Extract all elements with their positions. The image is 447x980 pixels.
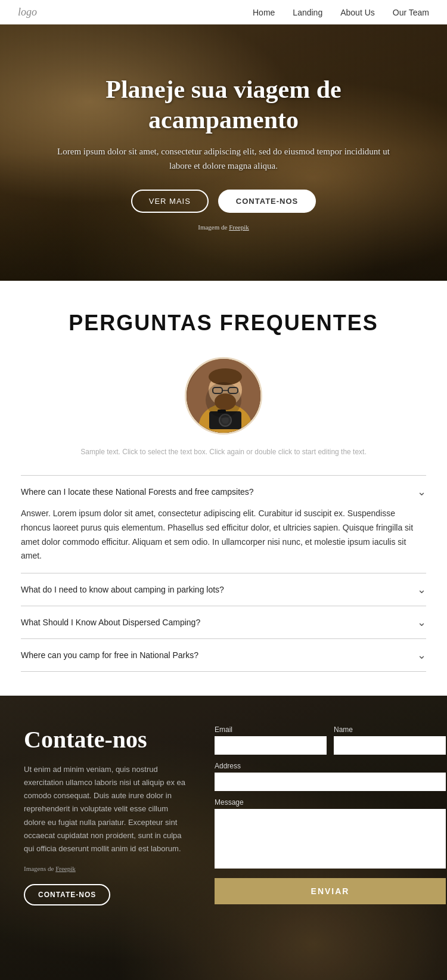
svg-rect-5 bbox=[213, 387, 222, 393]
email-group: Email bbox=[215, 725, 327, 755]
contact-section: Contate-nos Ut enim ad minim veniam, qui… bbox=[0, 696, 447, 980]
nav-home[interactable]: Home bbox=[253, 8, 275, 17]
faq-question-3[interactable]: What Should I Know About Dispersed Campi… bbox=[21, 616, 426, 629]
nav-about[interactable]: About Us bbox=[340, 8, 375, 17]
faq-item: What Should I Know About Dispersed Campi… bbox=[21, 606, 426, 639]
hero-title: Planeje sua viagem de acampamento bbox=[57, 75, 390, 135]
form-row-3: Message bbox=[215, 798, 446, 869]
faq-answer-1: Answer. Lorem ipsum dolor sit amet, cons… bbox=[21, 507, 426, 563]
contact-title: Contate-nos bbox=[24, 725, 191, 753]
contact-left: Contate-nos Ut enim ad minim veniam, qui… bbox=[24, 725, 191, 905]
faq-avatar-image bbox=[187, 359, 260, 433]
svg-point-3 bbox=[209, 368, 242, 385]
form-row-1: Email Name bbox=[215, 725, 446, 755]
svg-rect-6 bbox=[228, 387, 238, 393]
faq-question-text-1: Where can I locate these National Forest… bbox=[21, 487, 254, 497]
email-label: Email bbox=[215, 725, 327, 734]
svg-point-10 bbox=[222, 417, 229, 424]
faq-question-4[interactable]: Where can you camp for free in National … bbox=[21, 649, 426, 662]
name-input[interactable] bbox=[334, 736, 446, 755]
contact-credit: Imagens de Freepik bbox=[24, 865, 191, 872]
logo: logo bbox=[18, 6, 37, 18]
faq-chevron-3: ⌄ bbox=[417, 616, 426, 629]
message-textarea[interactable] bbox=[215, 809, 446, 869]
contate-nos-hero-button[interactable]: CONTATE-NOS bbox=[218, 190, 316, 213]
name-label: Name bbox=[334, 725, 446, 734]
faq-item: Where can I locate these National Forest… bbox=[21, 475, 426, 573]
faq-item: What do I need to know about camping in … bbox=[21, 573, 426, 606]
faq-question-1[interactable]: Where can I locate these National Forest… bbox=[21, 485, 426, 498]
faq-avatar bbox=[185, 357, 262, 435]
contact-description: Ut enim ad minim veniam, quis nostrud ex… bbox=[24, 763, 191, 855]
faq-sample-text: Sample text. Click to select the text bo… bbox=[18, 446, 429, 457]
hero-subtitle: Lorem ipsum dolor sit amet, consectetur … bbox=[57, 144, 390, 173]
message-label: Message bbox=[215, 798, 446, 807]
faq-question-2[interactable]: What do I need to know about camping in … bbox=[21, 583, 426, 596]
nav-landing[interactable]: Landing bbox=[293, 8, 322, 17]
faq-avatar-wrapper bbox=[18, 357, 429, 435]
address-label: Address bbox=[215, 762, 446, 770]
submit-button[interactable]: ENVIAR bbox=[215, 878, 446, 904]
faq-item: Where can you camp for free in National … bbox=[21, 639, 426, 672]
contact-form: Email Name Address Message ENVIAR bbox=[215, 725, 446, 904]
faq-question-text-4: Where can you camp for free in National … bbox=[21, 650, 198, 660]
faq-section: PERGUNTAS FREQUENTES bbox=[0, 281, 447, 696]
name-group: Name bbox=[334, 725, 446, 755]
faq-chevron-1: ⌄ bbox=[417, 485, 426, 498]
nav-team[interactable]: Our Team bbox=[393, 8, 429, 17]
svg-rect-11 bbox=[218, 410, 226, 413]
hero-credit-link[interactable]: Freepik bbox=[229, 224, 249, 231]
contact-credit-link[interactable]: Freepik bbox=[55, 865, 76, 872]
navbar: logo Home Landing About Us Our Team bbox=[0, 0, 447, 24]
hero-buttons: VER MAIS CONTATE-NOS bbox=[57, 190, 390, 213]
svg-point-4 bbox=[215, 393, 236, 410]
faq-list: Where can I locate these National Forest… bbox=[21, 475, 426, 672]
faq-title: PERGUNTAS FREQUENTES bbox=[18, 311, 429, 336]
faq-chevron-4: ⌄ bbox=[417, 649, 426, 662]
address-group: Address bbox=[215, 762, 446, 791]
faq-question-text-3: What Should I Know About Dispersed Campi… bbox=[21, 618, 200, 627]
faq-question-text-2: What do I need to know about camping in … bbox=[21, 585, 224, 594]
address-input[interactable] bbox=[215, 773, 446, 791]
contate-nos-button[interactable]: CONTATE-NOS bbox=[24, 884, 110, 905]
faq-chevron-2: ⌄ bbox=[417, 583, 426, 596]
hero-credit: Imagem de Freepik bbox=[57, 224, 390, 231]
hero-section: Planeje sua viagem de acampamento Lorem … bbox=[0, 24, 447, 281]
form-row-2: Address bbox=[215, 762, 446, 791]
email-input[interactable] bbox=[215, 736, 327, 755]
nav-links: Home Landing About Us Our Team bbox=[253, 8, 429, 17]
ver-mais-button[interactable]: VER MAIS bbox=[131, 190, 209, 213]
hero-content: Planeje sua viagem de acampamento Lorem … bbox=[45, 63, 402, 243]
message-group: Message bbox=[215, 798, 446, 869]
